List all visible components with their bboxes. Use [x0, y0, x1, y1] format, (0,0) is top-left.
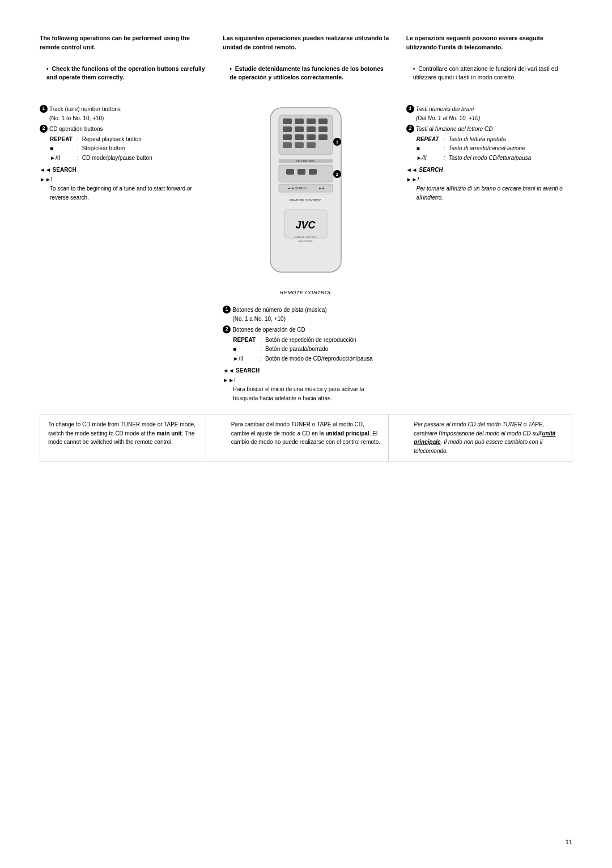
stop-row-it: ■ : Tasto di arresto/cancel-lazione: [416, 144, 572, 153]
search-desc-en: To scan to the beginning of a tune and t…: [50, 184, 206, 202]
svg-rect-10: [283, 134, 292, 140]
playpause-row-es: ►/II : Botón de modo de CD/reproducción/…: [233, 354, 389, 363]
svg-rect-4: [307, 118, 316, 124]
stop-key-en: ■: [50, 144, 77, 153]
svg-rect-13: [318, 134, 328, 140]
page: The following operations can be performe…: [0, 0, 612, 868]
search-row2-en: ►►I: [40, 175, 206, 184]
svg-rect-2: [283, 118, 292, 124]
search-row2-es: ►►I: [223, 376, 389, 385]
intro-bullet-es: • Estudie detenidamente las funciones de…: [223, 65, 389, 83]
svg-rect-22: [309, 169, 317, 175]
repeat-row-es: REPEAT : Botón de repetición de reproduc…: [233, 336, 389, 345]
playpause-key-it: ►/II: [416, 154, 444, 163]
search-key2-es: ►►I: [223, 376, 262, 385]
page-number: 11: [566, 839, 572, 845]
search-key-it: ◄◄ SEARCH: [406, 166, 446, 175]
svg-rect-21: [298, 169, 305, 175]
svg-text:►►: ►►: [318, 187, 325, 190]
item2-heading-it: Tasti di funzione del lettore CD: [416, 125, 493, 134]
main-content: 1 Track (tune) number buttons (No. 1 to …: [40, 105, 572, 403]
num-circle-1-es: 1: [223, 306, 231, 314]
item1-heading-en: Track (tune) number buttons (No. 1 to No…: [49, 105, 121, 122]
svg-text:JVC: JVC: [296, 219, 316, 231]
num-circle-2-en: 2: [40, 125, 48, 133]
svg-rect-14: [283, 142, 292, 148]
svg-text:REMOTE CONTROL: REMOTE CONTROL: [290, 198, 322, 202]
item1-en: 1 Track (tune) number buttons (No. 1 to …: [40, 105, 206, 122]
stop-val-es: Botón de parada/borrado: [265, 345, 389, 354]
remote-image-col: CD CONTROL ◄◄ SEARCH ►►: [223, 105, 389, 403]
intro-heading-it: Le operazioni seguenti possono essere es…: [406, 34, 572, 52]
sub-table-it: REPEAT : Tasto di lettura ripetuta ■ : T…: [416, 135, 572, 163]
repeat-row-it: REPEAT : Tasto di lettura ripetuta: [416, 135, 572, 144]
playpause-row-en: ►/II : CD mode/play/pause button: [50, 154, 206, 163]
remote-svg: CD CONTROL ◄◄ SEARCH ►►: [253, 105, 358, 286]
note-col-spanish: Para cambiar del modo TUNER o TAPE al mo…: [223, 414, 389, 461]
stop-val-it: Tasto di arresto/cancel-lazione: [448, 144, 572, 153]
svg-text:◄◄: ◄◄: [287, 187, 294, 190]
svg-rect-15: [295, 142, 304, 148]
remote-label: REMOTE CONTROL: [253, 290, 358, 295]
note-text-es: Para cambiar del modo TUNER o TAPE al mo…: [231, 420, 381, 447]
svg-rect-9: [318, 126, 328, 132]
note-text-en: To change to CD mode from TUNER mode or …: [48, 420, 198, 447]
repeat-val-it: Tasto di lettura ripetuta: [448, 135, 572, 144]
desc-english: 1 Track (tune) number buttons (No. 1 to …: [40, 105, 206, 403]
svg-rect-11: [295, 134, 304, 140]
playpause-key-es: ►/II: [233, 354, 260, 363]
playpause-sep-en: :: [77, 154, 79, 163]
search-row2-it: ►►I: [406, 175, 572, 184]
desc-spanish: 1 Botones de número de pista (música) (N…: [223, 306, 389, 403]
intro-bullet-en: • Check the functions of the operation b…: [40, 65, 206, 83]
item1-it: 1 Tasti numerici dei brani (Dal No. 1 al…: [406, 105, 572, 122]
repeat-key-es: REPEAT: [233, 336, 260, 345]
search-section-it: ◄◄ SEARCH ►►I Per tornare all'inizio di …: [406, 166, 572, 202]
search-key2-it: ►►I: [406, 175, 446, 184]
item2-en: 2 CD operation buttons: [40, 125, 206, 134]
svg-rect-12: [307, 134, 316, 140]
intro-col-spanish: Las siguientes operaciones pueden realiz…: [223, 34, 389, 88]
repeat-val-es: Botón de repetición de reproducción: [265, 336, 389, 345]
item2-heading-es: Botones de operación de CD: [232, 325, 305, 335]
item2-es: 2 Botones de operación de CD: [223, 325, 389, 335]
sub-table-en: REPEAT : Repeat playback button ■ : Stop…: [50, 135, 206, 163]
search-row-es: ◄◄ SEARCH: [223, 366, 389, 375]
repeat-sep-en: :: [77, 135, 79, 144]
search-row-en: ◄◄ SEARCH: [40, 166, 206, 175]
remote-image: CD CONTROL ◄◄ SEARCH ►►: [253, 105, 358, 295]
repeat-key-it: REPEAT: [416, 135, 444, 144]
svg-text:SEARCH: SEARCH: [295, 187, 307, 190]
repeat-key-en: REPEAT: [50, 135, 77, 144]
playpause-val-it: Tasto del modo CD/lettura/pausa: [448, 154, 572, 163]
item1-es: 1 Botones de número de pista (música) (N…: [223, 306, 389, 323]
svg-text:1: 1: [336, 139, 339, 145]
svg-rect-3: [295, 118, 304, 124]
stop-key-es: ■: [233, 345, 260, 354]
intro-col-italian: Le operazioni seguenti possono essere es…: [406, 34, 572, 88]
item2-heading-en: CD operation buttons: [49, 125, 103, 134]
note-col-english: To change to CD mode from TUNER mode or …: [40, 414, 206, 461]
svg-rect-20: [286, 169, 294, 175]
svg-rect-16: [307, 142, 316, 148]
stop-key-it: ■: [416, 144, 444, 153]
item2-it: 2 Tasti di funzione del lettore CD: [406, 125, 572, 134]
stop-val-en: Stop/clear button: [82, 144, 206, 153]
notes-section: To change to CD mode from TUNER mode or …: [40, 414, 572, 461]
search-key-en: ◄◄ SEARCH: [40, 166, 79, 175]
search-section-en: ◄◄ SEARCH ►►I To scan to the beginning o…: [40, 166, 206, 202]
search-key-es: ◄◄ SEARCH: [223, 366, 262, 375]
stop-row-en: ■ : Stop/clear button: [50, 144, 206, 153]
sub-table-es: REPEAT : Botón de repetición de reproduc…: [233, 336, 389, 363]
intro-col-english: The following operations can be performe…: [40, 34, 206, 88]
desc-italian: 1 Tasti numerici dei brani (Dal No. 1 al…: [406, 105, 572, 403]
playpause-row-it: ►/II : Tasto del modo CD/lettura/pausa: [416, 154, 572, 163]
num-circle-1-en: 1: [40, 105, 48, 113]
svg-text:RM-RX079BK: RM-RX079BK: [299, 240, 313, 243]
svg-text:2: 2: [336, 172, 339, 177]
search-desc-es: Para buscar el inicio de una música y pa…: [233, 385, 389, 403]
item1-heading-it: Tasti numerici dei brani (Dal No. 1 al N…: [416, 105, 481, 122]
search-section-es: ◄◄ SEARCH ►►I Para buscar el inicio de u…: [223, 366, 389, 403]
stop-row-es: ■ : Botón de parada/borrado: [233, 345, 389, 354]
playpause-val-es: Botón de modo de CD/reproducción/pausa: [265, 354, 389, 363]
